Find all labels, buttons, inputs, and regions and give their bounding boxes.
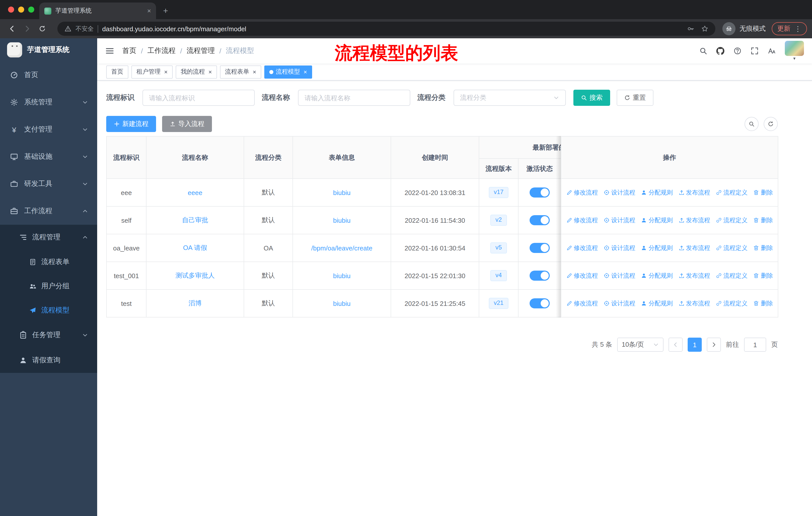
sidebar-item-leave-query[interactable]: 请假查询	[0, 348, 97, 373]
action-modify[interactable]: 修改流程	[566, 216, 598, 224]
close-icon[interactable]: ×	[164, 69, 168, 75]
close-icon[interactable]: ×	[303, 69, 307, 75]
model-name-link[interactable]: 自己审批	[182, 216, 208, 224]
password-key-icon[interactable]	[687, 25, 694, 32]
github-icon[interactable]	[716, 47, 724, 55]
browser-tab[interactable]: 芋道管理系统 ×	[39, 2, 156, 19]
action-delete[interactable]: 删除	[753, 271, 773, 280]
model-name-link[interactable]: 测试多审批人	[175, 272, 215, 279]
action-delete[interactable]: 删除	[753, 299, 773, 308]
toggle-search-button[interactable]	[745, 117, 759, 131]
action-publish[interactable]: 发布流程	[678, 244, 710, 252]
model-name-link[interactable]: eeee	[188, 189, 202, 196]
action-design[interactable]: 设计流程	[604, 271, 635, 280]
page-size-select[interactable]: 10条/页	[617, 337, 664, 352]
help-icon[interactable]	[733, 47, 742, 55]
activation-toggle[interactable]	[529, 215, 550, 225]
action-modify[interactable]: 修改流程	[566, 188, 598, 197]
reload-icon[interactable]	[35, 22, 49, 36]
reset-button[interactable]: 重置	[617, 90, 654, 106]
form-link[interactable]: biubiu	[333, 300, 350, 307]
action-delete[interactable]: 删除	[753, 188, 773, 197]
form-link[interactable]: biubiu	[333, 216, 350, 224]
activation-toggle[interactable]	[529, 243, 550, 253]
refresh-table-button[interactable]	[764, 117, 778, 131]
action-definition[interactable]: 流程定义	[716, 244, 748, 252]
tag-home[interactable]: 首页	[106, 65, 128, 78]
hamburger-icon[interactable]	[105, 46, 114, 55]
action-assign-rule[interactable]: 分配规则	[641, 244, 673, 252]
activation-toggle[interactable]	[529, 298, 550, 308]
form-link[interactable]: /bpm/oa/leave/create	[311, 244, 373, 252]
sidebar-item-process-form[interactable]: 流程表单	[0, 250, 97, 274]
activation-toggle[interactable]	[529, 187, 550, 197]
import-process-button[interactable]: 导入流程	[162, 116, 212, 132]
sidebar-item-process-management[interactable]: 流程管理	[0, 225, 97, 250]
goto-page-input[interactable]	[744, 337, 766, 352]
tag-process-model[interactable]: 流程模型 ×	[264, 65, 312, 78]
page-number-button[interactable]: 1	[688, 337, 702, 352]
action-modify[interactable]: 修改流程	[566, 271, 598, 280]
back-icon[interactable]	[5, 22, 19, 36]
action-assign-rule[interactable]: 分配规则	[641, 216, 673, 224]
warning-icon[interactable]	[64, 25, 71, 32]
model-name-link[interactable]: 滔博	[188, 299, 202, 307]
tab-close-icon[interactable]: ×	[147, 7, 151, 14]
breadcrumb-home[interactable]: 首页	[122, 46, 137, 55]
breadcrumb-process-management[interactable]: 流程管理	[187, 46, 215, 55]
breadcrumb-workflow[interactable]: 工作流程	[147, 46, 176, 55]
sidebar-item-home[interactable]: 首页	[0, 61, 97, 89]
action-publish[interactable]: 发布流程	[678, 299, 710, 308]
sidebar-item-devtools[interactable]: 研发工具	[0, 170, 97, 197]
search-button[interactable]: 搜索	[573, 90, 610, 106]
action-publish[interactable]: 发布流程	[678, 188, 710, 197]
prev-page-button[interactable]	[669, 337, 683, 352]
tag-my-process[interactable]: 我的流程 ×	[176, 65, 217, 78]
sidebar-item-workflow[interactable]: 工作流程	[0, 197, 97, 225]
process-key-input[interactable]	[142, 90, 255, 106]
tag-process-form[interactable]: 流程表单 ×	[220, 65, 261, 78]
search-icon[interactable]	[699, 47, 707, 55]
next-page-button[interactable]	[707, 337, 721, 352]
action-definition[interactable]: 流程定义	[716, 299, 748, 308]
sidebar-item-task-management[interactable]: 任务管理	[0, 323, 97, 348]
action-publish[interactable]: 发布流程	[678, 271, 710, 280]
sidebar-item-system[interactable]: 系统管理	[0, 89, 97, 116]
action-assign-rule[interactable]: 分配规则	[641, 188, 673, 197]
action-delete[interactable]: 删除	[753, 244, 773, 252]
activation-toggle[interactable]	[529, 271, 550, 281]
address-bar[interactable]: 不安全 dashboard.yudao.iocoder.cn/bpm/manag…	[57, 22, 715, 36]
profile-chip[interactable]: 无痕模式	[722, 22, 766, 35]
fullscreen-icon[interactable]	[751, 47, 759, 55]
category-select[interactable]: 流程分类	[454, 90, 566, 106]
sidebar-item-payment[interactable]: ¥ 支付管理	[0, 116, 97, 143]
action-design[interactable]: 设计流程	[604, 188, 635, 197]
action-delete[interactable]: 删除	[753, 216, 773, 224]
model-name-link[interactable]: OA 请假	[183, 244, 207, 251]
action-definition[interactable]: 流程定义	[716, 271, 748, 280]
action-assign-rule[interactable]: 分配规则	[641, 299, 673, 308]
minimize-window-button[interactable]	[18, 6, 24, 12]
browser-menu-icon[interactable]: ⋮	[794, 25, 802, 32]
font-size-icon[interactable]	[768, 47, 776, 55]
zoom-window-button[interactable]	[28, 6, 34, 12]
process-name-input[interactable]	[298, 90, 410, 106]
new-tab-button[interactable]: +	[163, 6, 168, 15]
user-avatar[interactable]: ▾	[785, 41, 804, 61]
close-icon[interactable]: ×	[208, 69, 212, 75]
action-definition[interactable]: 流程定义	[716, 216, 748, 224]
action-publish[interactable]: 发布流程	[678, 216, 710, 224]
action-design[interactable]: 设计流程	[604, 244, 635, 252]
close-icon[interactable]: ×	[253, 69, 256, 75]
action-definition[interactable]: 流程定义	[716, 188, 748, 197]
form-link[interactable]: biubiu	[333, 189, 350, 196]
close-window-button[interactable]	[8, 6, 14, 12]
bookmark-star-icon[interactable]	[701, 25, 708, 32]
tag-tenant[interactable]: 租户管理 ×	[132, 65, 173, 78]
sidebar-item-infrastructure[interactable]: 基础设施	[0, 143, 97, 170]
browser-update-button[interactable]: 更新 ⋮	[772, 22, 807, 35]
action-design[interactable]: 设计流程	[604, 299, 635, 308]
forward-icon[interactable]	[20, 22, 34, 36]
action-assign-rule[interactable]: 分配规则	[641, 271, 673, 280]
form-link[interactable]: biubiu	[333, 272, 350, 279]
